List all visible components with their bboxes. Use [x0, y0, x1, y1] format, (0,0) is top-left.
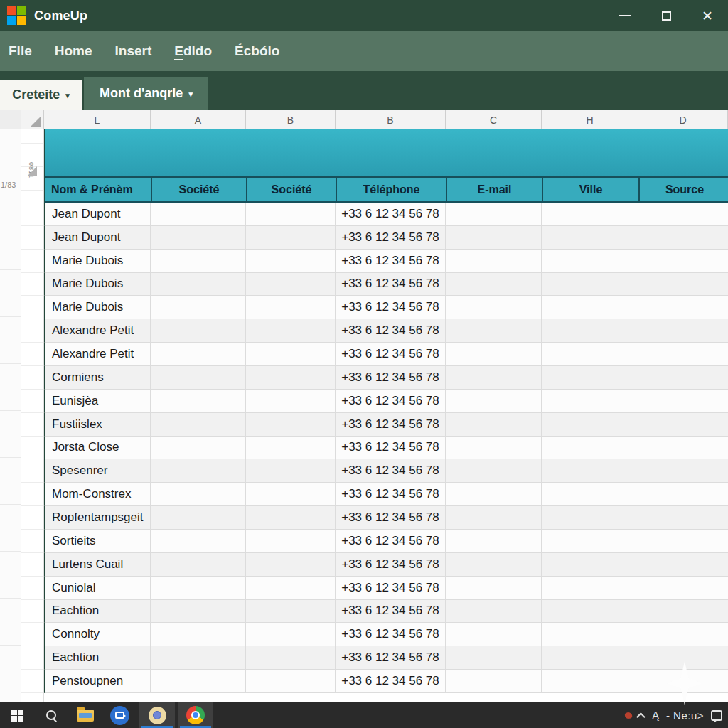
cell-empty[interactable]	[542, 296, 638, 319]
cell-name[interactable]: Marie Dubois	[44, 273, 151, 296]
cell-empty[interactable]	[246, 273, 336, 296]
cell-empty[interactable]	[446, 319, 542, 343]
cell-name[interactable]: Marie Dubois	[44, 250, 151, 273]
header-cell-2[interactable]: Société	[152, 178, 247, 201]
cell-empty[interactable]	[246, 319, 336, 343]
cell-phone[interactable]: +33 6 12 34 56 78	[336, 670, 446, 693]
cell-name[interactable]: Cormiens	[44, 366, 151, 390]
cell-empty[interactable]	[542, 623, 638, 646]
cell-empty[interactable]	[638, 296, 728, 319]
column-letter-2[interactable]: A	[151, 110, 246, 129]
cell-empty[interactable]	[151, 646, 246, 670]
column-letter-4[interactable]: B	[336, 110, 446, 129]
header-cell-4[interactable]: Téléphone	[337, 178, 447, 201]
menu-item-home[interactable]: Home	[55, 43, 92, 59]
cell-empty[interactable]	[638, 553, 728, 577]
column-letter-5[interactable]: C	[446, 110, 542, 129]
cell-empty[interactable]	[446, 296, 542, 319]
cell-empty[interactable]	[542, 437, 638, 460]
cell-empty[interactable]	[151, 390, 246, 413]
cell-empty[interactable]	[446, 437, 542, 460]
cell-name[interactable]: Sortieits	[44, 530, 151, 553]
cell-empty[interactable]	[151, 506, 246, 530]
ribbon-dropdown-creteite[interactable]: Creteite ▾	[0, 80, 82, 110]
cell-empty[interactable]	[246, 623, 336, 646]
cell-empty[interactable]	[151, 250, 246, 273]
cell-phone[interactable]: +33 6 12 34 56 78	[336, 530, 446, 553]
cell-empty[interactable]	[638, 506, 728, 530]
cell-empty[interactable]	[446, 600, 542, 623]
cell-empty[interactable]	[542, 483, 638, 506]
cell-empty[interactable]	[246, 343, 336, 366]
cell-empty[interactable]	[151, 319, 246, 343]
cell-empty[interactable]	[151, 623, 246, 646]
cell-empty[interactable]	[542, 390, 638, 413]
header-cell-3[interactable]: Société	[247, 178, 337, 201]
cell-empty[interactable]	[151, 670, 246, 693]
cell-phone[interactable]: +33 6 12 34 56 78	[336, 319, 446, 343]
cell-empty[interactable]	[542, 343, 638, 366]
cell-empty[interactable]	[542, 670, 638, 693]
cell-name[interactable]: Alexandre Petit	[44, 343, 151, 366]
column-letter-3[interactable]: B	[246, 110, 336, 129]
cell-empty[interactable]	[246, 366, 336, 390]
cell-empty[interactable]	[638, 530, 728, 553]
cell-empty[interactable]	[151, 366, 246, 390]
file-explorer-button[interactable]	[68, 702, 102, 728]
cell-empty[interactable]	[446, 413, 542, 437]
cell-empty[interactable]	[638, 203, 728, 226]
merged-title-band[interactable]	[44, 129, 728, 176]
cell-phone[interactable]: +33 6 12 34 56 78	[336, 296, 446, 319]
cell-empty[interactable]	[151, 600, 246, 623]
minimize-button[interactable]	[604, 0, 646, 31]
select-all-cell[interactable]	[21, 110, 44, 129]
cell-empty[interactable]	[246, 390, 336, 413]
cell-phone[interactable]: +33 6 12 34 56 78	[336, 506, 446, 530]
cell-name[interactable]: Mom-Constrex	[44, 483, 151, 506]
cell-empty[interactable]	[246, 413, 336, 437]
cell-empty[interactable]	[542, 530, 638, 553]
cell-phone[interactable]: +33 6 12 34 56 78	[336, 413, 446, 437]
cell-empty[interactable]	[542, 273, 638, 296]
cell-empty[interactable]	[638, 226, 728, 250]
header-cell-1[interactable]: Nom & Prénèm	[46, 178, 152, 201]
cell-empty[interactable]	[446, 343, 542, 366]
cell-empty[interactable]	[246, 530, 336, 553]
cell-phone[interactable]: +33 6 12 34 56 78	[336, 343, 446, 366]
cell-phone[interactable]: +33 6 12 34 56 78	[336, 646, 446, 670]
cell-phone[interactable]: +33 6 12 34 56 78	[336, 203, 446, 226]
cell-empty[interactable]	[151, 203, 246, 226]
cell-empty[interactable]	[446, 250, 542, 273]
cell-empty[interactable]	[638, 343, 728, 366]
cell-empty[interactable]	[446, 459, 542, 483]
cell-empty[interactable]	[151, 553, 246, 577]
cell-empty[interactable]	[246, 437, 336, 460]
cell-empty[interactable]	[542, 203, 638, 226]
menu-item-écbólo[interactable]: Écbólo	[235, 43, 279, 59]
cell-name[interactable]: Cuniolal	[44, 577, 151, 600]
cell-name[interactable]: Marie Dubois	[44, 296, 151, 319]
cell-empty[interactable]	[151, 483, 246, 506]
cell-empty[interactable]	[638, 483, 728, 506]
cell-empty[interactable]	[638, 600, 728, 623]
cell-name[interactable]: Eachtion	[44, 646, 151, 670]
cell-phone[interactable]: +33 6 12 34 56 78	[336, 577, 446, 600]
column-letter-1[interactable]: L	[44, 110, 151, 129]
pinned-app-button-1[interactable]	[139, 702, 175, 728]
blue-app-button[interactable]	[102, 702, 136, 728]
cell-empty[interactable]	[151, 577, 246, 600]
cell-empty[interactable]	[446, 506, 542, 530]
cell-empty[interactable]	[446, 390, 542, 413]
cell-empty[interactable]	[246, 506, 336, 530]
cell-phone[interactable]: +33 6 12 34 56 78	[336, 600, 446, 623]
cell-empty[interactable]	[446, 530, 542, 553]
cell-name[interactable]: Alexandre Petit	[44, 319, 151, 343]
cell-empty[interactable]	[446, 623, 542, 646]
cell-phone[interactable]: +33 6 12 34 56 78	[336, 553, 446, 577]
cell-empty[interactable]	[246, 646, 336, 670]
cell-empty[interactable]	[246, 226, 336, 250]
cell-empty[interactable]	[446, 646, 542, 670]
header-cell-6[interactable]: Ville	[543, 178, 640, 201]
cell-empty[interactable]	[446, 553, 542, 577]
cell-empty[interactable]	[446, 366, 542, 390]
